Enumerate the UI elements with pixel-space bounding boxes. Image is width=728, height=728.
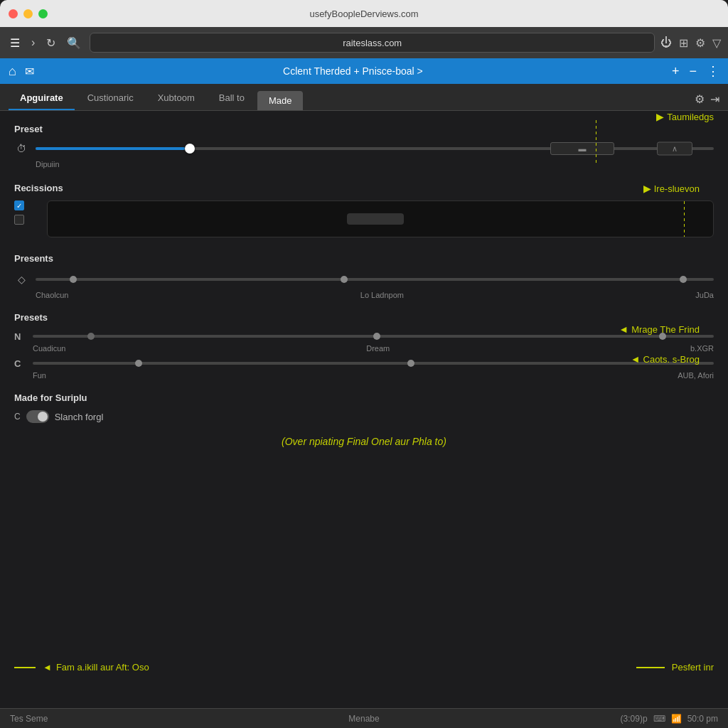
presets-n-label-1: Cuadicun <box>33 344 65 353</box>
checkbox-1[interactable] <box>14 200 24 210</box>
title-bar-url: usefyBoopleDerviews.com <box>309 9 418 19</box>
preset-slider-row: ⏱ ▬ ∧ <box>14 141 714 156</box>
tab-icon-settings[interactable]: ⚙ <box>695 92 705 106</box>
presents-label-2: Lo Ladnpom <box>360 291 404 299</box>
status-bar: Tes Seme Menabe (3:09)p ⌨ 📶 50:0 pm <box>0 708 728 728</box>
main-content: Preset ⏱ ▬ ∧ Dipuiin ▶ <box>0 111 728 708</box>
status-time-paren: (3:09)p <box>621 714 648 724</box>
annotation-ire-sluevon: Ire-sluevon <box>654 183 700 194</box>
presets-n-label-2: Dream <box>366 344 390 353</box>
made-for-label: Made for Suriplu <box>14 392 714 403</box>
tab-custionaric[interactable]: Custionaric <box>76 87 145 110</box>
arrow-caots: ◄ <box>631 353 641 365</box>
url-bar[interactable]: raiteslass.com <box>90 33 655 53</box>
preset-section: Preset ⏱ ▬ ∧ Dipuiin ▶ <box>14 124 714 170</box>
checkbox-row-2 <box>14 215 24 225</box>
search-icon[interactable]: 🔍 <box>64 33 84 53</box>
bottom-left-annotation: ◄ Fam a.ikill aur Aft: Oso <box>14 662 149 673</box>
left-arrow-icon: ◄ <box>43 662 52 673</box>
presets-c-label-2: AUB, Afori <box>678 371 714 380</box>
arrow-mrage: ◄ <box>619 323 628 335</box>
url-text: raiteslass.com <box>343 38 402 48</box>
status-left: Tes Seme <box>10 714 246 724</box>
toggle-c-label: C <box>14 412 21 422</box>
menu-icon[interactable]: ☰ <box>7 33 23 53</box>
preset-label: Preset <box>14 124 714 134</box>
presents-label: Presents <box>14 253 714 264</box>
status-right: (3:09)p ⌨ 📶 50:0 pm <box>482 714 718 724</box>
tab-ball-to[interactable]: Ball to <box>208 87 256 110</box>
presets-c-slider[interactable] <box>33 357 714 370</box>
recissions-label: Recissions <box>14 183 714 193</box>
preset-slider-label: Dipuiin <box>36 160 60 168</box>
bottom-right-annotation: Pesfert inr <box>636 662 714 673</box>
maximize-button[interactable] <box>38 9 48 18</box>
bottom-left-text: Fam a.ikill aur Aft: Oso <box>56 662 149 673</box>
right-line-icon <box>636 667 665 668</box>
presets-n-slider[interactable] <box>33 330 714 343</box>
made-for-section: Made for Suriplu C Slanch forgl <box>14 392 714 423</box>
presents-slider-row: ◇ <box>14 271 714 288</box>
annotation-mrage: Mrage The Frind <box>631 324 700 335</box>
annotation-caots: Caots. s-Brog <box>643 354 700 365</box>
close-button[interactable] <box>9 9 18 18</box>
refresh-icon[interactable]: ↻ <box>43 33 58 53</box>
toggle-row: C Slanch forgl <box>14 410 714 423</box>
toggle-knob <box>38 412 48 422</box>
more-icon[interactable]: ⋮ <box>707 63 719 79</box>
checkbox-2[interactable] <box>14 215 24 225</box>
arrow-taumiledgs: ▶ <box>656 111 664 122</box>
presets-c-labels: Fun AUB, Afori <box>14 371 714 380</box>
presets-section: Presets N Cuadicun Dream b.XGR C <box>14 312 714 380</box>
tab-xubtoom[interactable]: Xubtoom <box>146 87 206 110</box>
status-center: Menabe <box>246 714 482 724</box>
title-bar: usefyBoopleDerviews.com <box>0 0 728 27</box>
toggle-switch[interactable] <box>26 410 49 423</box>
annotation-taumiledgs: Taumiledgs <box>667 112 714 122</box>
preset-n-letter: N <box>14 331 26 342</box>
forward-icon[interactable]: › <box>28 33 38 52</box>
presets-c-row: C <box>14 357 714 370</box>
status-kbd-icon: ⌨ <box>653 714 665 724</box>
toggle-text: Slanch forgl <box>55 412 104 422</box>
nav-right-icons: ⏻ ⊞ ⚙ ▽ <box>660 36 721 50</box>
blue-toolbar: ⌂ ✉ Cclent Therded + Pnisce-boal > + − ⋮ <box>0 58 728 84</box>
diamond-icon: ◇ <box>14 274 28 285</box>
add-icon[interactable]: + <box>672 64 680 79</box>
tabs-bar: Apguirate Custionaric Xubtoom Ball to Ma… <box>0 84 728 111</box>
tab-icons: ⚙ ⇥ <box>695 92 719 110</box>
presets-n-row: N <box>14 330 714 343</box>
preset-c-letter: C <box>14 358 26 369</box>
presets-n-labels: Cuadicun Dream b.XGR <box>14 344 714 353</box>
bottom-annotations: ◄ Fam a.ikill aur Aft: Oso Pesfert inr <box>0 662 728 673</box>
presents-slider-labels: Chaolcun Lo Ladnpom JuDa <box>14 291 714 299</box>
presets-c-label-1: Fun <box>33 371 46 380</box>
settings-icon[interactable]: ⚙ <box>695 36 705 50</box>
presents-slider[interactable] <box>36 271 714 288</box>
recissions-input[interactable] <box>47 200 714 237</box>
checkbox-group <box>14 200 24 225</box>
status-time: 50:0 pm <box>687 714 718 724</box>
preset-slider[interactable]: ▬ ∧ <box>36 141 714 156</box>
home-icon[interactable]: ⌂ <box>9 64 16 79</box>
status-wifi-icon: 📶 <box>671 714 682 724</box>
minus-icon[interactable]: − <box>689 64 697 79</box>
tab-made[interactable]: Made <box>257 91 304 110</box>
arrow-ire-sluevon: ▶ <box>643 183 651 194</box>
bottom-right-text: Pesfert inr <box>672 662 714 673</box>
presents-label-3: JuDa <box>695 291 714 299</box>
presets-n-label-3: b.XGR <box>690 344 714 353</box>
tab-icon-export[interactable]: ⇥ <box>710 92 719 106</box>
blue-toolbar-actions: + − ⋮ <box>672 63 719 79</box>
minimize-button[interactable] <box>23 9 33 18</box>
checkbox-row-1 <box>14 200 24 210</box>
mail-icon[interactable]: ✉ <box>25 65 34 78</box>
filter-icon[interactable]: ▽ <box>712 36 721 50</box>
presents-label-1: Chaolcun <box>36 291 68 299</box>
tab-apguirate[interactable]: Apguirate <box>9 87 75 110</box>
clock-icon: ⏱ <box>14 143 28 154</box>
presents-section: Presents ◇ Chaolcun Lo Ladnpom JuDa <box>14 253 714 299</box>
overlay-text: (Over npiating Final Onel aur Phla to) <box>14 436 714 447</box>
bookmark-icon[interactable]: ⊞ <box>679 36 688 50</box>
power-icon[interactable]: ⏻ <box>660 36 672 49</box>
